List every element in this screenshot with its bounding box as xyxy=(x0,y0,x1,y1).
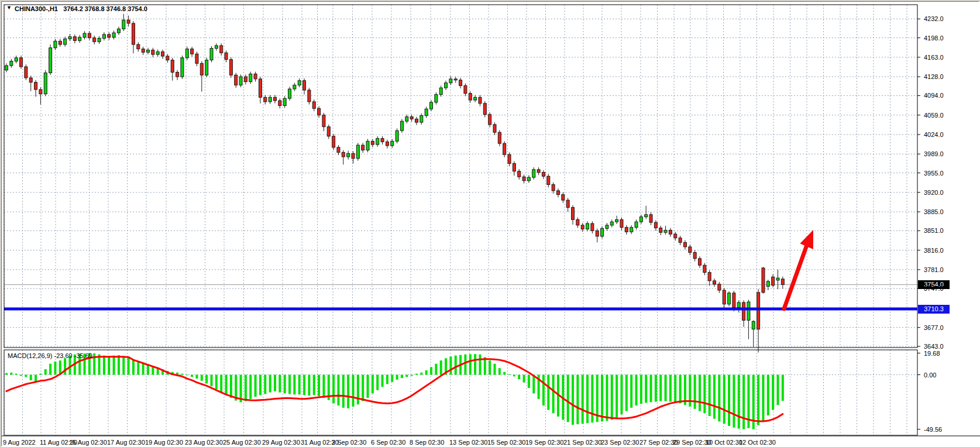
macd-bar xyxy=(718,375,720,422)
candle-bear xyxy=(649,215,652,222)
chart-window[interactable]: ▼ CHINA300-,H1 3764.2 3768.8 3746.8 3754… xyxy=(0,0,980,447)
macd-bar xyxy=(713,375,716,419)
time-tick-label: 23 Sep 02:30 xyxy=(601,439,639,446)
macd-bar xyxy=(772,375,774,410)
candle-bear xyxy=(483,104,486,115)
macd-bar xyxy=(430,367,432,374)
macd-bar xyxy=(332,375,335,404)
macd-bar xyxy=(103,356,105,375)
candle-bear xyxy=(454,79,457,80)
candle-bull xyxy=(210,49,213,60)
price-tick-label: 3781.0 xyxy=(924,267,944,273)
macd-bar xyxy=(645,375,647,403)
macd-bar xyxy=(655,375,657,402)
candle-bull xyxy=(98,39,101,42)
macd-bar xyxy=(298,375,301,395)
candle-bear xyxy=(591,224,594,231)
candle-bull xyxy=(752,321,755,329)
candle-bear xyxy=(781,279,784,285)
candle-bear xyxy=(152,50,154,55)
macd-bar xyxy=(113,356,115,375)
candle-bear xyxy=(410,117,413,119)
candle-bear xyxy=(235,75,238,85)
time-tick-label: 19 Aug 02:30 xyxy=(145,439,183,446)
price-tick-label: 4163.0 xyxy=(924,54,944,61)
macd-bar xyxy=(503,372,506,375)
candle-bear xyxy=(59,41,61,44)
macd-bar xyxy=(15,374,18,375)
macd-bar xyxy=(625,375,628,411)
macd-bar xyxy=(630,375,632,408)
candle-bull xyxy=(347,153,350,157)
candle-bear xyxy=(88,33,91,38)
candle-bear xyxy=(35,82,37,90)
candle-bear xyxy=(142,49,145,53)
macd-bar xyxy=(494,364,496,375)
candle-bear xyxy=(108,35,111,37)
macd-bar xyxy=(508,374,511,375)
candle-bull xyxy=(64,39,67,45)
candle-bear xyxy=(620,219,623,227)
macd-bar xyxy=(39,374,42,375)
candle-bull xyxy=(293,85,296,89)
macd-bar xyxy=(674,375,676,403)
candle-bull xyxy=(635,222,638,228)
price-tick-label: 3955.0 xyxy=(924,170,944,177)
candle-bear xyxy=(503,143,506,154)
price-tick-label: 4128.0 xyxy=(924,74,944,80)
macd-bar xyxy=(25,375,27,377)
macd-bar xyxy=(474,354,476,374)
candle-bear xyxy=(713,281,716,284)
candle-bear xyxy=(25,67,27,78)
candle-bear xyxy=(689,247,692,253)
macd-bar xyxy=(128,357,130,374)
candle-bear xyxy=(195,54,198,63)
chart-title: CHINA300-,H1 3764.2 3768.8 3746.8 3754.0 xyxy=(15,5,147,12)
macd-bar xyxy=(782,375,784,401)
candle-bull xyxy=(156,51,159,54)
macd-bar xyxy=(679,375,682,404)
macd-bar xyxy=(542,375,545,406)
candle-bear xyxy=(29,78,32,82)
macd-bar xyxy=(435,364,437,375)
macd-bar xyxy=(313,375,315,396)
price-tick-label: 4059.0 xyxy=(924,112,944,119)
macd-bar xyxy=(54,362,56,375)
candle-bear xyxy=(220,46,223,53)
time-tick-label: 27 Sep 02:30 xyxy=(639,439,678,446)
candle-bear xyxy=(659,228,662,233)
candle-bull xyxy=(78,37,81,41)
macd-bar xyxy=(738,375,740,429)
macd-bar xyxy=(5,373,8,375)
candle-bull xyxy=(449,79,452,83)
candle-bear xyxy=(708,273,711,281)
candle-bull xyxy=(400,121,403,130)
symbol-period-label: CHINA300-,H1 xyxy=(15,5,58,12)
macd-bar xyxy=(425,370,428,375)
candle-bear xyxy=(576,219,579,225)
chart-canvas[interactable] xyxy=(2,2,980,447)
macd-bar xyxy=(225,375,228,395)
candle-bull xyxy=(474,97,477,100)
macd-bar xyxy=(572,375,574,425)
macd-bar xyxy=(264,375,266,394)
candle-bear xyxy=(625,228,628,232)
candle-bear xyxy=(171,60,174,73)
macd-bar xyxy=(582,375,584,424)
chevron-down-icon[interactable]: ▼ xyxy=(6,5,12,11)
candle-bear xyxy=(322,115,325,127)
candle-bear xyxy=(562,195,565,201)
macd-bar xyxy=(303,375,305,396)
macd-bar xyxy=(591,375,593,423)
macd-bar xyxy=(449,356,452,374)
candle-bear xyxy=(552,184,555,190)
macd-bar xyxy=(455,356,457,375)
candle-bear xyxy=(39,90,42,94)
candle-bull xyxy=(147,50,150,53)
candle-bull xyxy=(439,88,442,94)
macd-bar xyxy=(762,375,764,421)
macd-bar xyxy=(372,375,374,394)
candle-bear xyxy=(508,154,511,163)
candle-bear xyxy=(278,101,281,106)
candle-bear xyxy=(137,44,140,49)
